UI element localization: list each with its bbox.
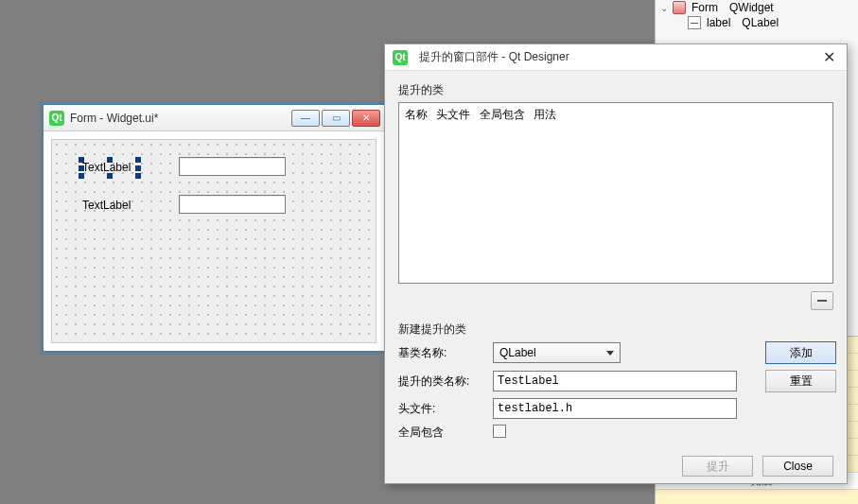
tree-expand-icon[interactable]: ⌄ — [659, 3, 669, 13]
table-headers: 名称 头文件 全局包含 用法 — [405, 107, 827, 123]
minus-icon — [817, 300, 827, 302]
resize-handle[interactable] — [79, 165, 84, 171]
promote-button[interactable]: 提升 — [682, 456, 753, 477]
widget-icon — [673, 1, 686, 14]
label-text: TextLabel — [82, 161, 131, 174]
tree-row-child[interactable]: label QLabel — [656, 15, 858, 30]
object-name: Form — [692, 1, 718, 14]
resize-handle[interactable] — [79, 157, 84, 163]
tree-row-root[interactable]: ⌄ Form QWidget — [656, 0, 858, 15]
promoted-class-name-input[interactable] — [493, 371, 737, 391]
close-icon[interactable]: ✕ — [819, 48, 839, 66]
global-include-checkbox[interactable] — [493, 425, 506, 438]
object-class: QLabel — [742, 16, 779, 29]
new-promoted-label: 新建提升的类 — [398, 322, 833, 338]
reset-button[interactable]: 重置 — [765, 370, 836, 392]
base-class-combo[interactable]: QLabel — [493, 342, 621, 363]
qt-logo-icon: Qt — [393, 50, 408, 65]
form-canvas[interactable]: TextLabel TextLabel — [51, 139, 376, 343]
global-include-label: 全局包含 — [398, 425, 485, 441]
resize-handle[interactable] — [135, 165, 141, 171]
base-class-label: 基类名称: — [398, 345, 485, 361]
form-title: Form - Widget.ui* — [70, 112, 158, 125]
dialog-footer: 提升 Close — [385, 449, 847, 483]
qt-logo-icon: Qt — [49, 111, 64, 126]
promoted-classes-table[interactable]: 名称 头文件 全局包含 用法 — [398, 102, 833, 284]
col-name[interactable]: 名称 — [405, 108, 428, 121]
promoted-class-name-label: 提升的类名称: — [398, 374, 485, 390]
close-button[interactable]: ✕ — [352, 110, 380, 127]
base-class-value: QLabel — [499, 346, 536, 359]
col-header[interactable]: 头文件 — [436, 108, 470, 121]
col-global[interactable]: 全局包含 — [480, 108, 525, 121]
maximize-button[interactable]: ▭ — [322, 110, 350, 127]
form-titlebar[interactable]: Qt Form - Widget.ui* — ▭ ✕ — [44, 105, 384, 131]
form-window: Qt Form - Widget.ui* — ▭ ✕ TextLabel Tex… — [43, 104, 385, 352]
promoted-classes-label: 提升的类 — [398, 82, 833, 98]
lineedit-widget[interactable] — [179, 195, 286, 214]
selected-label-widget[interactable]: TextLabel — [82, 161, 137, 175]
header-file-label: 头文件: — [398, 401, 485, 417]
minimize-button[interactable]: — — [291, 110, 320, 127]
label-text: TextLabel — [82, 199, 131, 212]
lineedit-widget[interactable] — [179, 157, 286, 176]
resize-handle[interactable] — [135, 157, 141, 163]
col-usage[interactable]: 用法 — [534, 108, 556, 121]
resize-handle[interactable] — [107, 173, 113, 179]
promote-dialog: Qt 提升的窗口部件 - Qt Designer ✕ 提升的类 名称 头文件 全… — [384, 43, 848, 484]
remove-button[interactable] — [811, 291, 833, 310]
resize-handle[interactable] — [79, 173, 84, 179]
dialog-title: 提升的窗口部件 - Qt Designer — [419, 49, 569, 65]
object-name: label — [707, 16, 730, 29]
close-button[interactable]: Close — [762, 456, 833, 477]
label-icon — [688, 16, 701, 29]
resize-handle[interactable] — [135, 173, 141, 179]
add-button[interactable]: 添加 — [765, 341, 836, 364]
object-class: QWidget — [729, 1, 774, 14]
resize-handle[interactable] — [107, 157, 113, 163]
header-file-input[interactable] — [493, 398, 737, 419]
dialog-titlebar[interactable]: Qt 提升的窗口部件 - Qt Designer ✕ — [385, 44, 847, 71]
label-widget[interactable]: TextLabel — [82, 199, 131, 213]
